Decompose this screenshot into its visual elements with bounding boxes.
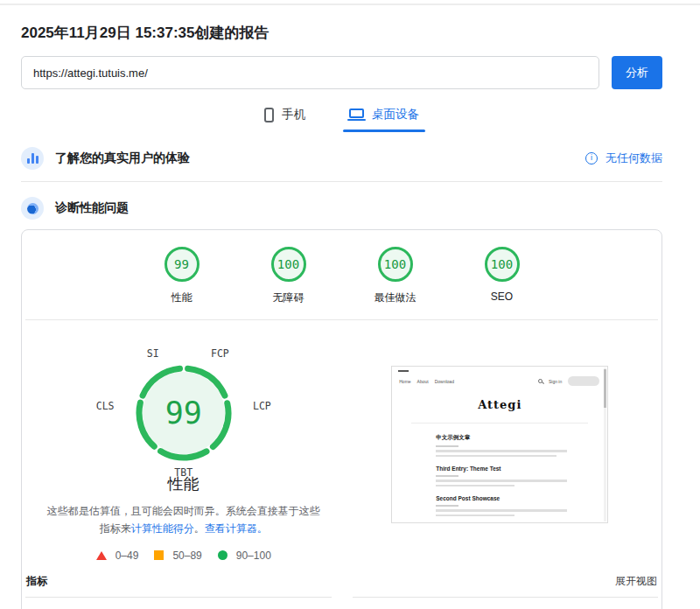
category-scores-row: 99 性能 100 无障碍 100 最佳做法 100 SEO (25, 230, 658, 305)
score-accessibility[interactable]: 100 无障碍 (257, 247, 320, 305)
score-performance-value: 99 (164, 247, 200, 282)
laptop-icon (349, 108, 364, 118)
thumb-nav-download: Download (435, 379, 454, 384)
page-container: 2025年11月29日 15:37:35创建的报告 分析 手机 桌面设备 了解您… (0, 0, 700, 609)
thumb-post-1: 中文示例文章 (436, 434, 567, 457)
average-square-icon (154, 550, 164, 560)
thumb-post-list: 中文示例文章 Third Entry: Theme Test (392, 424, 607, 516)
active-tab-underline (343, 130, 425, 132)
no-data-link[interactable]: 无任何数据 (585, 150, 662, 166)
score-seo-value: 100 (485, 247, 520, 282)
thumb-post-3: Second Post Showcase (436, 495, 567, 516)
report-columns: 99 SI FCP CLS LCP TBT 性能 这些都是估算值，且可能会因时而… (25, 320, 658, 562)
score-seo[interactable]: 100 SEO (471, 247, 534, 305)
url-input[interactable] (21, 56, 599, 89)
page-title: 2025年11月29日 15:37:35创建的报告 (21, 23, 662, 43)
lighthouse-report-card: 99 性能 100 无障碍 100 最佳做法 100 SEO (21, 229, 662, 609)
diagnose-section-title: 诊断性能问题 (55, 200, 129, 216)
metric-lcp: Largest Contentful Paint 0.5 秒 (353, 597, 659, 609)
score-performance[interactable]: 99 性能 (150, 247, 214, 305)
legend-pass-range: 90–100 (236, 550, 271, 562)
tab-desktop-label: 桌面设备 (372, 107, 419, 122)
thumb-nav-about: About (417, 379, 429, 384)
field-data-section-title: 了解您的真实用户的体验 (55, 150, 190, 166)
thumb-subscribe-pill (568, 376, 599, 386)
thumb-logo-mark (398, 370, 409, 372)
legend-average: 50–89 (154, 550, 201, 562)
expand-view-link[interactable]: 展开视图 (615, 574, 657, 589)
legend-pass: 90–100 (218, 550, 271, 562)
metric-fcp: First Contentful Paint 0.5 秒 (25, 597, 332, 609)
performance-gauge-column: 99 SI FCP CLS LCP TBT 性能 这些都是估算值，且可能会因时而… (25, 320, 342, 562)
gauge-label-tbt: TBT (174, 466, 192, 479)
gauge-label-lcp: LCP (253, 400, 271, 412)
gauge-label-si: SI (147, 347, 159, 360)
field-data-section-header: 了解您的真实用户的体验 无任何数据 (21, 147, 662, 170)
score-accessibility-label: 无障碍 (273, 290, 304, 305)
section-divider (21, 181, 662, 182)
device-tabs: 手机 桌面设备 (21, 102, 662, 132)
legend-fail-range: 0–49 (116, 550, 139, 562)
diagnose-section-header: 诊断性能问题 (21, 197, 662, 220)
tab-mobile[interactable]: 手机 (262, 102, 307, 132)
screenshot-column: Home About Download Sign in Attegi 中文示例文… (342, 320, 659, 562)
disclaimer-separator: 。 (194, 522, 205, 535)
tab-desktop[interactable]: 桌面设备 (347, 102, 421, 132)
calc-score-link[interactable]: 计算性能得分 (131, 522, 194, 535)
thumb-scrollbar-thumb (604, 369, 606, 408)
thumb-nav-bar: Home About Download Sign in (399, 376, 599, 386)
score-best-practices-label: 最佳做法 (374, 290, 416, 305)
tab-mobile-label: 手机 (282, 107, 305, 122)
info-icon[interactable] (585, 152, 598, 164)
performance-gauge-score: 99 (133, 362, 234, 464)
metrics-header: 指标 展开视图 (25, 574, 658, 589)
metrics-grid: First Contentful Paint 0.5 秒 Largest Con… (25, 597, 658, 609)
no-data-label: 无任何数据 (606, 150, 662, 166)
metrics-title: 指标 (26, 574, 47, 589)
phone-icon (264, 108, 274, 122)
score-seo-label: SEO (491, 290, 513, 303)
score-performance-label: 性能 (172, 290, 192, 305)
gauge-label-cls: CLS (96, 400, 115, 412)
pass-circle-icon (218, 550, 228, 560)
legend-average-range: 50–89 (172, 550, 201, 562)
thumb-site-title: Attegi (392, 398, 607, 411)
thumb-signin-label: Sign in (549, 379, 562, 384)
score-best-practices-value: 100 (378, 247, 413, 282)
analyze-button[interactable]: 分析 (612, 56, 662, 89)
bar-chart-icon (21, 147, 44, 170)
calculator-link[interactable]: 查看计算器。 (205, 522, 268, 535)
score-legend: 0–49 50–89 90–100 (96, 550, 271, 562)
fail-triangle-icon (96, 551, 107, 560)
header-bottom-border (0, 4, 700, 5)
thumb-nav-home: Home (399, 379, 410, 384)
url-bar: 分析 (21, 56, 662, 89)
score-best-practices[interactable]: 100 最佳做法 (364, 247, 427, 305)
speedometer-icon (21, 197, 44, 220)
legend-fail: 0–49 (96, 550, 139, 562)
score-disclaimer: 这些都是估算值，且可能会因时而异。系统会直接基于这些指标来计算性能得分。查看计算… (47, 503, 320, 538)
thumb-post-2: Third Entry: Theme Test (436, 466, 567, 486)
performance-gauge: 99 SI FCP CLS LCP TBT (133, 362, 234, 464)
page-screenshot-thumbnail[interactable]: Home About Download Sign in Attegi 中文示例文… (391, 366, 608, 523)
score-accessibility-value: 100 (271, 247, 306, 282)
thumb-scrollbar (604, 368, 606, 522)
gauge-label-fcp: FCP (211, 347, 229, 360)
thumb-search-icon (538, 379, 542, 383)
